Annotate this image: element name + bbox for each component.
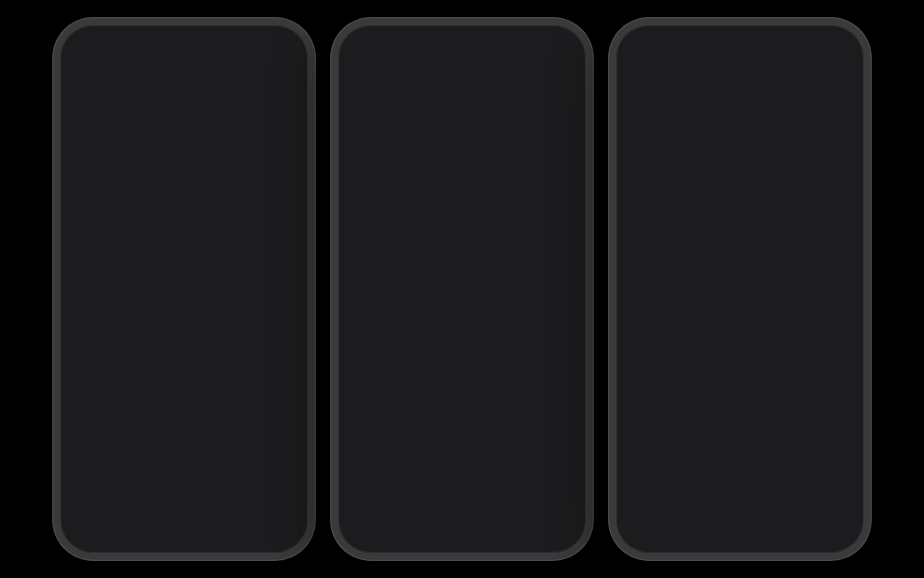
phone1-notch: [130, 25, 238, 51]
phone1-dots: [143, 494, 226, 517]
phone2-home-circle[interactable]: [420, 494, 444, 517]
swatch-brown[interactable]: [717, 488, 737, 508]
phone3-time-text: 18:32: [626, 108, 854, 155]
color-panel-header: Цвет фона ×: [634, 440, 845, 453]
phone1-date-text: Thu 16 ☀️ 18°: [146, 78, 221, 91]
phone1-dot-4[interactable]: [200, 503, 206, 508]
brightness-thumb[interactable]: [764, 516, 782, 534]
color-swatches: [634, 462, 845, 508]
swatch-row-1: [634, 462, 845, 482]
phone1-screen: Отменить Готово Thu 16 ☀️ 18° 18:33 +: [60, 25, 308, 553]
phone1-done-button[interactable]: Готово: [236, 36, 295, 59]
phone1-dot-5[interactable]: [210, 503, 216, 508]
phone1-dot-2[interactable]: [180, 503, 186, 508]
phone2-dot-3[interactable]: [468, 503, 474, 508]
phone2-date-widget[interactable]: Thu 16 ☀️ 18°: [338, 72, 586, 97]
phone1-dot-6[interactable]: [220, 503, 226, 508]
close-icon: ×: [835, 442, 840, 452]
phone1-plus-widget[interactable]: +: [60, 172, 308, 216]
phone2-bottom: DEEP: [351, 494, 573, 540]
phone1-time-text: 18:33: [70, 108, 298, 161]
phone1-dot-3[interactable]: [190, 503, 196, 508]
phone3-date-widget[interactable]: Thursday, 16 June: [616, 72, 864, 97]
swatch-orange-light[interactable]: [667, 488, 687, 508]
swatch-yellow[interactable]: [743, 488, 762, 508]
phone2-dots: [420, 494, 504, 517]
phone1-bottom: VIBRANT: [73, 494, 295, 540]
swatch-blue-light[interactable]: [667, 462, 687, 482]
phone3-time-widget[interactable]: 18:32: [616, 104, 864, 160]
swatch-row-2: [634, 488, 845, 508]
swatch-pink[interactable]: [768, 462, 788, 482]
color-panel-close-button[interactable]: ×: [829, 439, 845, 455]
phone2-dot-2[interactable]: [458, 503, 464, 508]
phone2-style-badge[interactable]: DEEP: [439, 525, 485, 540]
phone2-screen: Отменить Готово Thu 16 ☀️ 18° 18:33 +: [338, 25, 586, 553]
phone2-dot-1[interactable]: [448, 503, 454, 508]
phone2-plus-widget[interactable]: +: [338, 169, 586, 212]
phone-2: Отменить Готово Thu 16 ☀️ 18° 18:33 +: [331, 18, 593, 560]
swatch-magenta[interactable]: [743, 462, 762, 482]
phone3-widgets: Thursday, 16 June 18:32 +: [616, 72, 864, 210]
phone1-dot-1[interactable]: [171, 503, 176, 508]
phone3-notch: [686, 25, 794, 51]
phone2-time-widget[interactable]: 18:33: [338, 104, 586, 162]
swatch-orange[interactable]: [692, 488, 712, 508]
phone3-plus-widget[interactable]: +: [616, 167, 864, 210]
brightness-slider[interactable]: [634, 517, 845, 533]
phone1-widgets: Thu 16 ☀️ 18° 18:33 +: [60, 72, 308, 216]
phone1-date-widget[interactable]: Thu 16 ☀️ 18°: [60, 72, 308, 97]
color-panel: Цвет фона ×: [624, 429, 856, 544]
phone1-time-widget[interactable]: 18:33: [60, 104, 308, 165]
rainbow-palette-icon[interactable]: [634, 438, 652, 456]
swatch-red[interactable]: [793, 462, 813, 482]
phone2-dot-6[interactable]: [498, 503, 504, 508]
swatch-blue[interactable]: [692, 462, 712, 482]
phone1-home-circle[interactable]: [143, 494, 166, 517]
color-panel-title: Цвет фона: [709, 440, 772, 453]
swatch-yellow-green[interactable]: [768, 488, 788, 508]
phone1-style-badge[interactable]: VIBRANT: [152, 525, 216, 540]
phone2-time-text: 18:33: [348, 108, 576, 157]
phone3-screen: Thursday, 16 June 18:32 + Цвет фона ×: [616, 25, 864, 553]
phone2-done-button[interactable]: Готово: [513, 36, 573, 59]
phone-3: Thursday, 16 June 18:32 + Цвет фона ×: [609, 18, 871, 560]
swatch-purple[interactable]: [717, 462, 737, 482]
phone2-date-text: Thu 16 ☀️ 18°: [424, 78, 499, 91]
phone2-dot-5[interactable]: [488, 503, 494, 508]
phone2-widgets: Thu 16 ☀️ 18° 18:33 +: [338, 72, 586, 212]
phone2-dot-4[interactable]: [478, 503, 484, 508]
phone3-date-text: Thursday, 16 June: [696, 79, 785, 91]
phone-1: Отменить Готово Thu 16 ☀️ 18° 18:33 +: [53, 18, 315, 560]
brightness-slider-container: [634, 517, 845, 533]
swatch-green[interactable]: [793, 488, 813, 508]
phone2-notch: [408, 25, 516, 51]
